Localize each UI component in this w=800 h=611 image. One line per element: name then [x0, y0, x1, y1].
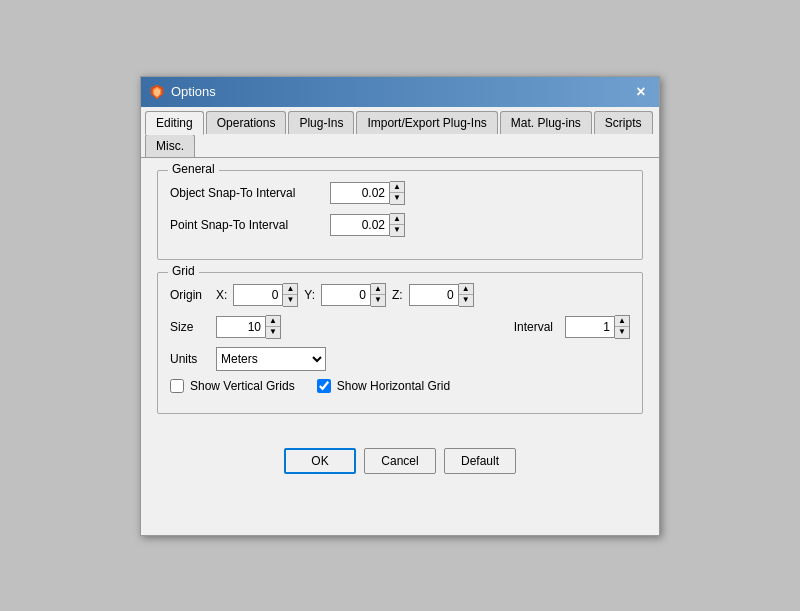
general-group: General Object Snap-To Interval ▲ ▼ Poin… [157, 170, 643, 260]
button-bar: OK Cancel Default [141, 438, 659, 486]
show-vertical-label[interactable]: Show Vertical Grids [190, 379, 295, 393]
size-down[interactable]: ▼ [266, 327, 280, 338]
interval-spinner: ▲ ▼ [565, 315, 630, 339]
object-snap-spinbtns: ▲ ▼ [390, 181, 405, 205]
x-up[interactable]: ▲ [283, 284, 297, 295]
y-label: Y: [304, 288, 315, 302]
ok-button[interactable]: OK [284, 448, 356, 474]
tab-scripts[interactable]: Scripts [594, 111, 653, 134]
z-spinner: ▲ ▼ [409, 283, 474, 307]
interval-down[interactable]: ▼ [615, 327, 629, 338]
origin-row: Origin X: ▲ ▼ Y: ▲ ▼ Z: [170, 283, 630, 307]
show-vertical-checkbox[interactable] [170, 379, 184, 393]
grid-group: Grid Origin X: ▲ ▼ Y: ▲ ▼ [157, 272, 643, 414]
interval-spinbtns: ▲ ▼ [615, 315, 630, 339]
size-label: Size [170, 320, 210, 334]
point-snap-spinner: ▲ ▼ [330, 213, 405, 237]
options-dialog: Options × Editing Operations Plug-Ins Im… [140, 76, 660, 536]
object-snap-row: Object Snap-To Interval ▲ ▼ [170, 181, 630, 205]
y-down[interactable]: ▼ [371, 295, 385, 306]
size-input[interactable] [216, 316, 266, 338]
size-spinbtns: ▲ ▼ [266, 315, 281, 339]
z-up[interactable]: ▲ [459, 284, 473, 295]
tab-mat-plugins[interactable]: Mat. Plug-ins [500, 111, 592, 134]
grid-group-label: Grid [168, 264, 199, 278]
tab-operations[interactable]: Operations [206, 111, 287, 134]
object-snap-up[interactable]: ▲ [390, 182, 404, 193]
point-snap-up[interactable]: ▲ [390, 214, 404, 225]
tab-import-export[interactable]: Import/Export Plug-Ins [356, 111, 497, 134]
x-spinner: ▲ ▼ [233, 283, 298, 307]
point-snap-input[interactable] [330, 214, 390, 236]
units-label: Units [170, 352, 210, 366]
interval-label: Interval [514, 320, 553, 334]
point-snap-row: Point Snap-To Interval ▲ ▼ [170, 213, 630, 237]
tab-content: General Object Snap-To Interval ▲ ▼ Poin… [141, 158, 659, 438]
object-snap-spinner: ▲ ▼ [330, 181, 405, 205]
show-vertical-row: Show Vertical Grids Show Horizontal Grid [170, 379, 630, 393]
x-spinbtns: ▲ ▼ [283, 283, 298, 307]
z-label: Z: [392, 288, 403, 302]
show-horizontal-label[interactable]: Show Horizontal Grid [337, 379, 450, 393]
x-input[interactable] [233, 284, 283, 306]
default-button[interactable]: Default [444, 448, 516, 474]
units-row: Units Meters Feet Inches Centimeters [170, 347, 630, 371]
origin-label: Origin [170, 288, 210, 302]
y-input[interactable] [321, 284, 371, 306]
tab-misc[interactable]: Misc. [145, 134, 195, 157]
point-snap-spinbtns: ▲ ▼ [390, 213, 405, 237]
object-snap-down[interactable]: ▼ [390, 193, 404, 204]
interval-input[interactable] [565, 316, 615, 338]
point-snap-down[interactable]: ▼ [390, 225, 404, 236]
tab-plugins[interactable]: Plug-Ins [288, 111, 354, 134]
title-bar: Options × [141, 77, 659, 107]
dialog-title: Options [171, 84, 216, 99]
title-bar-left: Options [149, 84, 216, 100]
interval-up[interactable]: ▲ [615, 316, 629, 327]
shield-icon [149, 84, 165, 100]
show-horizontal-checkbox[interactable] [317, 379, 331, 393]
z-down[interactable]: ▼ [459, 295, 473, 306]
close-button[interactable]: × [631, 82, 651, 102]
size-spinner: ▲ ▼ [216, 315, 281, 339]
x-label: X: [216, 288, 227, 302]
z-input[interactable] [409, 284, 459, 306]
y-spinbtns: ▲ ▼ [371, 283, 386, 307]
y-spinner: ▲ ▼ [321, 283, 386, 307]
general-group-label: General [168, 162, 219, 176]
size-interval-row: Size ▲ ▼ Interval ▲ ▼ [170, 315, 630, 339]
tab-editing[interactable]: Editing [145, 111, 204, 135]
object-snap-input[interactable] [330, 182, 390, 204]
cancel-button[interactable]: Cancel [364, 448, 436, 474]
object-snap-label: Object Snap-To Interval [170, 186, 330, 200]
y-up[interactable]: ▲ [371, 284, 385, 295]
z-spinbtns: ▲ ▼ [459, 283, 474, 307]
size-up[interactable]: ▲ [266, 316, 280, 327]
point-snap-label: Point Snap-To Interval [170, 218, 330, 232]
x-down[interactable]: ▼ [283, 295, 297, 306]
units-select[interactable]: Meters Feet Inches Centimeters [216, 347, 326, 371]
tabs-bar: Editing Operations Plug-Ins Import/Expor… [141, 107, 659, 158]
